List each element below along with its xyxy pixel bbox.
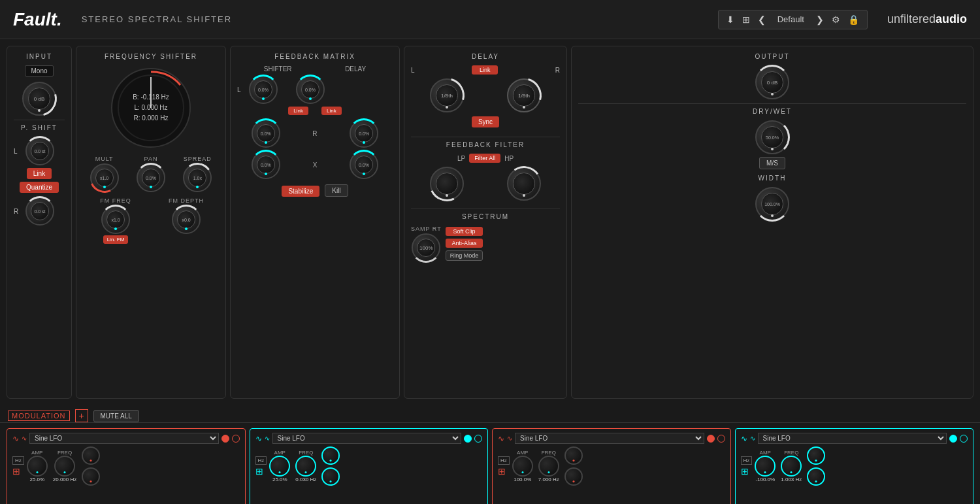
- lfo4-extra-knob2[interactable]: [807, 467, 825, 486]
- fb-ll-knob[interactable]: 0.0%: [252, 119, 280, 148]
- delay-link-button[interactable]: Link: [472, 65, 498, 75]
- mute-all-button[interactable]: MUTE ALL: [93, 410, 139, 422]
- pshift-quantize-button[interactable]: Quantize: [20, 182, 59, 193]
- lfo2-hz-badge: Hz: [255, 456, 267, 465]
- samp-rt-knob[interactable]: SAMP RT 100%: [411, 226, 442, 262]
- lfo4-wave2-icon: ∿: [750, 435, 755, 442]
- main-panels: INPUT Mono 0 dB P. SHIFT L 0.0 st Link: [0, 39, 980, 405]
- kill-button[interactable]: Kill: [325, 184, 348, 197]
- lfo1-wave2-icon: ∿: [22, 435, 27, 442]
- dry-wet-knob[interactable]: 50.0%: [755, 120, 789, 154]
- pshift-right-knob[interactable]: 0.0 st: [25, 197, 54, 226]
- lfo2-plus-icon: ⊞: [255, 466, 267, 477]
- fb-rr-knob[interactable]: 0.0%: [350, 119, 378, 148]
- fm-freq-knob[interactable]: FM FREQ x1.0 Lin. FM: [83, 197, 148, 244]
- filter-all-button[interactable]: Filter All: [469, 154, 500, 163]
- lfo3-type-select[interactable]: Sine LFO: [515, 433, 704, 444]
- spread-knob[interactable]: SPREAD 1.0x: [176, 156, 219, 192]
- hp-knob[interactable]: [488, 167, 560, 201]
- lfo2-circles: [464, 435, 482, 443]
- lfo2-type-select[interactable]: Sine LFO: [272, 433, 462, 444]
- ring-mode-button[interactable]: Ring Mode: [446, 250, 483, 261]
- fb-x-right-knob[interactable]: 0.0%: [350, 150, 378, 179]
- width-label: WIDTH: [759, 175, 787, 182]
- lock-icon[interactable]: 🔒: [845, 13, 862, 26]
- toolbar: ⬇ ⊞ ❮ Default ❯ ⚙ 🔒: [718, 10, 868, 29]
- fb-link2-button[interactable]: Link: [321, 107, 342, 115]
- fb-shifter-l-knob[interactable]: 0.0%: [249, 75, 278, 104]
- soft-clip-button[interactable]: Soft Clip: [446, 227, 483, 236]
- fb-r-label: R: [312, 130, 317, 137]
- feedback-filter-title: FEEDBACK FILTER: [446, 141, 525, 148]
- pshift-link-button[interactable]: Link: [27, 168, 52, 179]
- lfo1-amp-knob[interactable]: [27, 456, 48, 477]
- shifter-col-label: SHIFTER: [264, 65, 292, 73]
- delay-col-label: DELAY: [345, 65, 366, 73]
- fb-x-label: X: [313, 161, 318, 169]
- lfo4-extra-knob1[interactable]: [807, 446, 825, 465]
- fm-depth-knob[interactable]: FM DEPTH x0.0: [154, 197, 219, 244]
- delay-l-label: L: [411, 67, 415, 74]
- lfo1-plus-icon: ⊞: [12, 466, 24, 477]
- freq-display-b: B: -0.118 Hz: [133, 92, 169, 103]
- fb-delay-l-knob[interactable]: 0.0%: [296, 75, 325, 104]
- lfo3-extra-knob2[interactable]: [564, 467, 583, 486]
- lfo2-circle-2: [474, 435, 482, 443]
- lfo3-circle-1: [707, 435, 715, 443]
- lfo-3: ∿ ∿ Sine LFO Hz ⊞ AMP 100.0%: [492, 428, 731, 504]
- lfo1-hz-badge: Hz: [12, 456, 24, 465]
- lin-fm-button[interactable]: Lin. FM: [103, 235, 129, 244]
- download-icon[interactable]: ⬇: [724, 13, 737, 26]
- lfo1-extra-knob1[interactable]: [82, 446, 100, 465]
- lfo3-extra-knob1[interactable]: [564, 446, 583, 465]
- lfo4-type-select[interactable]: Sine LFO: [758, 433, 947, 444]
- left-icon[interactable]: ❮: [755, 13, 768, 26]
- fb-x-left-knob[interactable]: 0.0%: [252, 150, 280, 179]
- r-label: R: [14, 208, 22, 215]
- lfo2-extra-knob1[interactable]: [321, 446, 340, 465]
- lfo3-amp-value: 100.0%: [514, 477, 531, 482]
- freq-display-r: R: 0.000 Hz: [133, 113, 169, 124]
- lfo1-extra-knob2[interactable]: [82, 467, 100, 486]
- delay-time-r-knob[interactable]: 1/8th: [488, 78, 560, 112]
- lfo1-circles: [221, 435, 240, 443]
- lfo2-amp-knob[interactable]: [269, 456, 290, 477]
- delay-time-l-knob[interactable]: 1/8th: [411, 78, 483, 112]
- lfo4-freq-knob[interactable]: [781, 456, 802, 477]
- pan-knob[interactable]: PAN 0.0%: [129, 156, 172, 192]
- lfo4-amp-knob[interactable]: [755, 456, 776, 477]
- lfo3-freq-knob[interactable]: [538, 456, 559, 477]
- mod-add-button[interactable]: +: [75, 409, 88, 422]
- lfo4-circle-2: [960, 435, 968, 443]
- lp-knob[interactable]: [411, 167, 483, 201]
- lfo1-values: AMP 25.0% FREQ 20.000 Hz: [27, 450, 76, 482]
- lfo2-freq-knob[interactable]: [295, 456, 316, 477]
- lfo4-circles: [949, 435, 968, 443]
- mult-knob[interactable]: MULT x1.0: [83, 156, 125, 192]
- modulation-label: MODULATION: [8, 411, 70, 421]
- width-knob[interactable]: 100.0%: [755, 187, 789, 221]
- fb-link1-button[interactable]: Link: [288, 107, 308, 115]
- ms-button[interactable]: M/S: [759, 157, 785, 169]
- pshift-left-knob[interactable]: 0.0 st: [25, 137, 54, 165]
- delay-sync-button[interactable]: Sync: [472, 116, 499, 127]
- panel-frequency-shifter: FREQUENCY SHIFTER B: -0.118 Hz L: 0.000 …: [76, 46, 226, 399]
- output-gain-knob[interactable]: 0 dB: [755, 65, 789, 99]
- lfo4-plus-icon: ⊞: [741, 466, 753, 477]
- lfo1-amp-value: 25.0%: [29, 477, 44, 482]
- lfo2-extra-knob2[interactable]: [321, 467, 340, 486]
- settings-icon[interactable]: ⚙: [829, 13, 843, 26]
- lfo4-amp-value: -100.0%: [755, 477, 775, 482]
- stabilize-button[interactable]: Stabilize: [282, 186, 319, 197]
- right-icon[interactable]: ❯: [813, 13, 826, 26]
- delay-title: DELAY: [472, 53, 499, 60]
- freq-display-knob[interactable]: B: -0.118 Hz L: 0.000 Hz R: 0.000 Hz: [108, 65, 193, 150]
- anti-alias-button[interactable]: Anti-Alias: [446, 239, 483, 248]
- lfo1-freq-knob[interactable]: [54, 456, 75, 477]
- input-gain-knob[interactable]: 0 dB: [22, 82, 56, 116]
- lp-label: LP: [457, 155, 465, 162]
- edit-icon[interactable]: ⊞: [740, 13, 753, 26]
- input-mode[interactable]: Mono: [25, 65, 53, 76]
- lfo1-type-select[interactable]: Sine LFO: [29, 433, 219, 444]
- lfo3-amp-knob[interactable]: [512, 456, 533, 477]
